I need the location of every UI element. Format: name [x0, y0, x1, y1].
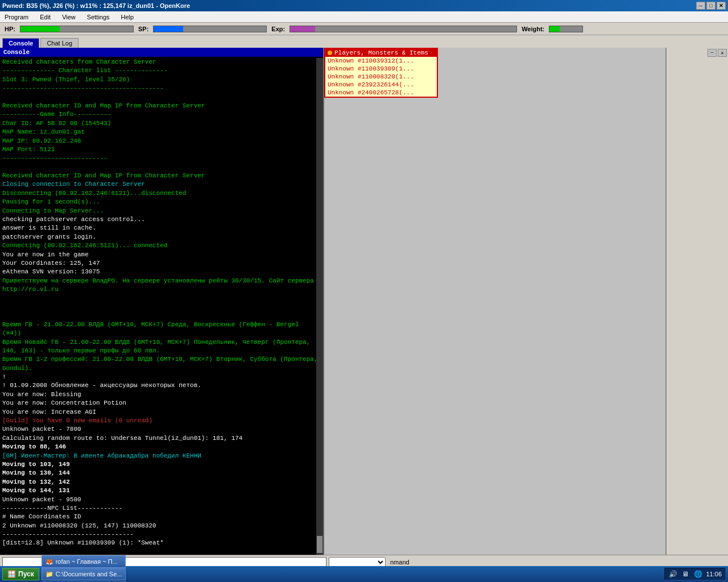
- console-line: # Name Coordinates ID: [2, 513, 321, 521]
- console-line: Char ID: AF 5B 02 00 (154543): [2, 119, 321, 128]
- player-item[interactable]: Unknown #110039309(1...: [325, 65, 437, 73]
- console-line: MAP Name: iz_dun01.gat: [2, 128, 321, 136]
- panel-close-button[interactable]: ✕: [718, 49, 727, 57]
- console-line: ----------Game Info----------: [2, 110, 321, 119]
- start-button[interactable]: 🪟 Пуск: [2, 568, 39, 580]
- console-line: -----------------------------------: [2, 530, 321, 539]
- console-line: Connecting (80.92.162.246:5121)... conne…: [2, 242, 321, 250]
- menu-help[interactable]: Help: [119, 13, 136, 21]
- console-line: ----------------------------------------…: [2, 84, 321, 93]
- clock: 11:06: [706, 571, 722, 577]
- player-item[interactable]: Unknown #2392326144(...: [325, 81, 437, 89]
- title-bar-buttons: ─ □ ✕: [696, 2, 726, 10]
- console-line: [Guild] You have 0 new emails (0 unread): [2, 417, 321, 425]
- console-line: MAP Port: 5121: [2, 146, 321, 154]
- console-line: [2, 294, 321, 303]
- players-popup: Players, Monsters & Items Unknown #11003…: [324, 48, 438, 98]
- start-icon: 🪟: [7, 570, 16, 578]
- console-line: checking patchserver access control...: [2, 215, 321, 224]
- console-line: [dist=12.8] Unknown #110039309 (1): *Swe…: [2, 539, 321, 547]
- console-line: Moving to 132, 142: [2, 478, 321, 487]
- console-line: Closing connection to Character Server: [2, 180, 321, 189]
- console-line: -------------- Character list ----------…: [2, 66, 321, 75]
- console-content[interactable]: Received characters from Character Serve…: [0, 57, 323, 555]
- sp-label: SP:: [138, 26, 148, 32]
- console-line: [2, 311, 321, 320]
- console-line: Время ГВ 1-2 профессий: 21.00-22.00 ВЛДВ…: [2, 355, 321, 373]
- console-line: Приветствуем на сервере ВладРО. На серве…: [2, 277, 321, 294]
- taskbar: 🪟 Пуск 🦊rofan ~ Главная ~ П...📁C:\Docume…: [0, 566, 728, 582]
- window-title: Pwned: B35 (%), J26 (%) : w11% : 125,147…: [2, 2, 190, 9]
- far-right-controls: ─ ✕: [667, 48, 728, 58]
- weight-bar: [549, 26, 583, 32]
- console-line: Received character ID and Map IP from Ch…: [2, 172, 321, 180]
- popup-indicator: [328, 51, 332, 55]
- tray-icon-2: 🖥: [681, 569, 690, 579]
- console-line: You are now: Increase AGI: [2, 408, 321, 417]
- menu-settings[interactable]: Settings: [85, 13, 112, 21]
- far-right-panel: ─ ✕: [665, 48, 728, 555]
- console-line: Moving to 103, 149: [2, 460, 321, 469]
- hp-label: HP:: [5, 26, 15, 32]
- tab-console[interactable]: Console: [2, 38, 39, 48]
- console-line: Calculating random route to: Undersea Tu…: [2, 434, 321, 443]
- tray-icon-1: 🔊: [668, 569, 677, 579]
- taskbar-item[interactable]: 🦊rofan ~ Главная ~ П...: [42, 555, 126, 568]
- player-item[interactable]: Unknown #2400265728(...: [325, 89, 437, 97]
- right-panel: Players, Monsters & Items Unknown #11003…: [324, 48, 728, 555]
- stats-bar: HP: SP: Exp: Weight:: [0, 23, 728, 35]
- tab-chatlog[interactable]: Chat Log: [40, 38, 78, 48]
- console-line: eAthena SVN version: 13075: [2, 268, 321, 276]
- console-line: You are now: Concentration Potion: [2, 399, 321, 408]
- system-tray: 🔊 🖥 🌐 11:06: [664, 568, 726, 580]
- console-scrollbar-thumb[interactable]: [317, 536, 322, 553]
- console-line: Received character ID and Map IP from Ch…: [2, 102, 321, 110]
- maximize-button[interactable]: □: [706, 2, 715, 10]
- console-line: patchserver grants login.: [2, 233, 321, 242]
- command-label-text: nmand: [390, 559, 410, 566]
- menu-edit[interactable]: Edit: [38, 13, 53, 21]
- console-line: Moving to 144, 131: [2, 487, 321, 495]
- console-line: You are now: Blessing: [2, 390, 321, 399]
- players-popup-label: Players, Monsters & Items: [334, 49, 428, 56]
- players-list: Unknown #110039312(1...Unknown #11003930…: [325, 57, 437, 97]
- console-line: Unknown packet - 7800: [2, 425, 321, 434]
- console-line: [2, 303, 321, 311]
- hp-fill: [20, 26, 60, 32]
- tab-bar: Console Chat Log: [0, 35, 728, 48]
- sp-bar: [153, 26, 267, 32]
- player-item[interactable]: Unknown #110008320(1...: [325, 73, 437, 81]
- minimize-button[interactable]: ─: [696, 2, 705, 10]
- console-line: Your Coordinates: 125, 147: [2, 259, 321, 268]
- panel-minimize-button[interactable]: ─: [708, 49, 717, 57]
- tray-icon-3: 🌐: [693, 569, 702, 579]
- console-line: ! 01.09.2008 Обновление - акцессуары нек…: [2, 381, 321, 390]
- menu-view[interactable]: View: [60, 13, 78, 21]
- exp-bar: [289, 26, 517, 32]
- close-button[interactable]: ✕: [717, 2, 726, 10]
- sp-fill: [154, 26, 183, 32]
- console-line: [2, 93, 321, 102]
- exp-fill: [290, 26, 315, 32]
- console-line: [2, 163, 321, 172]
- console-line: Время ГВ - 21.00-22.00 ВЛДВ (GMT+10, МСК…: [2, 321, 321, 338]
- console-panel: Console Received characters from Charact…: [0, 48, 324, 555]
- console-line: Unknown packet - 9500: [2, 496, 321, 504]
- taskbar-items: 🦊rofan ~ Главная ~ П...📁C:\Documents and…: [42, 555, 126, 582]
- command-dropdown[interactable]: [329, 557, 386, 567]
- console-line: 2 Unknown #110008320 (125, 147) 11000832…: [2, 522, 321, 530]
- console-line: [GM] Ивент-Мастер: В ивенте Абракадабра …: [2, 452, 321, 460]
- menu-program[interactable]: Program: [2, 13, 31, 21]
- console-line: ----------------------------: [2, 154, 321, 163]
- console-line: answer is still in cache.: [2, 224, 321, 232]
- console-line: Moving to 88, 146: [2, 443, 321, 451]
- player-item[interactable]: Unknown #110039312(1...: [325, 57, 437, 65]
- console-scrollbar[interactable]: [316, 58, 323, 555]
- console-line: MAP IP: 80.92.162.246: [2, 137, 321, 146]
- menu-bar: Program Edit View Settings Help: [0, 11, 728, 23]
- console-line: Disconnecting (80.92.162.246:6121)...dis…: [2, 189, 321, 198]
- console-line: !: [2, 373, 321, 381]
- hp-bar: [20, 26, 134, 32]
- players-popup-title: Players, Monsters & Items: [325, 49, 437, 57]
- taskbar-item[interactable]: 📁C:\Documents and Se...: [42, 568, 126, 580]
